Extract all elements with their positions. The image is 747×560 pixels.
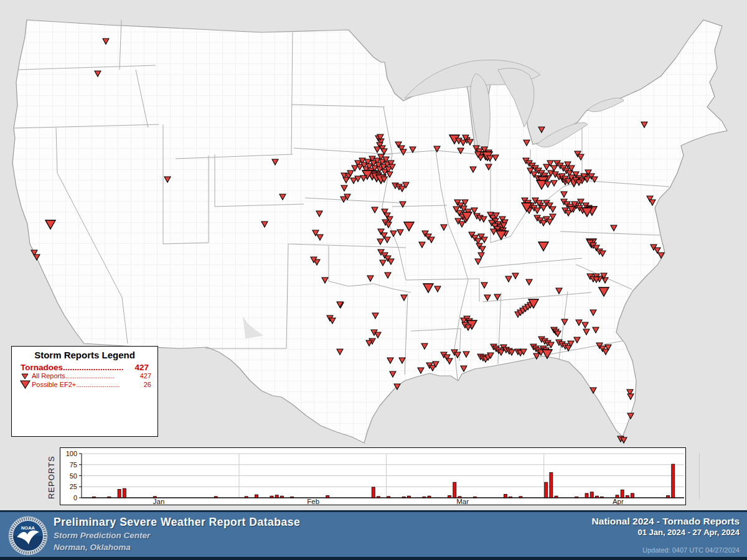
noaa-logo-text: NOAA [21,525,35,531]
footer-title: Preliminary Severe Weather Report Databa… [54,516,300,529]
legend-title: Storm Reports Legend [12,350,157,360]
svg-text:Feb: Feb [307,498,319,505]
legend-ef2-row: Possible EF2+....................... 26 [12,380,157,389]
svg-text:75: 75 [70,461,77,469]
footer-report-dates: 01 Jan, 2024 - 27 Apr, 2024 [592,528,740,537]
chart-canvas: 0255075100JanFebMarApr [60,448,685,505]
svg-text:Mar: Mar [456,498,469,505]
small-triangle-icon [18,373,32,380]
large-triangle-icon [18,380,32,389]
legend-all-reports-label: All Reports.......................... [32,372,140,380]
legend-tornadoes-row: Tornadoes.......................... 427 [12,363,157,372]
legend-all-reports-count: 427 [140,372,151,380]
noaa-logo: NOAA [8,516,48,556]
chart-y-axis-title: REPORTS [45,453,57,502]
legend-tornadoes-label: Tornadoes.......................... [21,363,134,372]
svg-text:50: 50 [70,472,77,480]
footer-subtitle-1: Storm Prediction Center [54,531,300,541]
svg-text:100: 100 [66,450,77,457]
legend-ef2-label: Possible EF2+....................... [32,381,144,389]
footer-subtitle-2: Norman, Oklahoma [54,543,300,553]
legend-all-reports-row: All Reports.......................... 42… [12,372,157,380]
svg-text:Apr: Apr [613,498,624,505]
svg-text:Jan: Jan [153,498,165,505]
legend-ef2-count: 26 [144,381,151,389]
daily-reports-chart: 0255075100JanFebMarApr [60,447,686,505]
footer-report-title: National 2024 - Tornado Reports [592,516,740,527]
legend-tornadoes-count: 427 [134,363,149,372]
footer-banner: NOAA Preliminary Severe Weather Report D… [0,510,747,560]
frame-line [699,453,700,499]
storm-reports-legend: Storm Reports Legend Tornadoes..........… [11,346,158,437]
footer-updated-timestamp: Updated: 0407 UTC 04/27/2024 [642,546,740,554]
svg-text:0: 0 [73,494,77,502]
svg-text:25: 25 [70,483,77,490]
